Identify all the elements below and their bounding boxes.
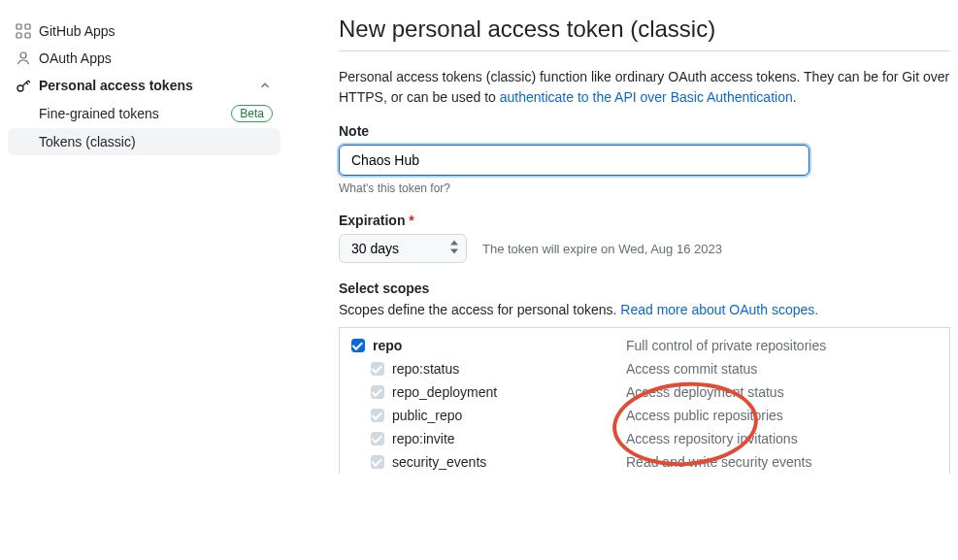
key-icon xyxy=(16,78,31,93)
scope-desc: Read and write security events xyxy=(626,454,938,470)
scope-name[interactable]: repo:status xyxy=(392,361,459,377)
note-hint: What's this token for? xyxy=(339,181,950,195)
scope-name[interactable]: security_events xyxy=(392,454,486,470)
scope-checkbox[interactable] xyxy=(371,432,384,445)
scopes-title: Select scopes xyxy=(339,280,950,296)
scope-checkbox[interactable] xyxy=(371,455,384,469)
nav-label: Personal access tokens xyxy=(39,78,193,93)
expiration-note: The token will expire on Wed, Aug 16 202… xyxy=(482,242,722,256)
scope-label-col: security_events xyxy=(351,454,626,470)
person-icon xyxy=(16,50,31,66)
chevron-up-icon xyxy=(257,78,273,93)
svg-rect-0 xyxy=(17,24,21,29)
scope-row: repoFull control of private repositories xyxy=(340,328,949,357)
nav-label: GitHub Apps xyxy=(39,23,116,39)
expiration-label: Expiration * xyxy=(339,213,950,228)
note-label: Note xyxy=(339,123,950,139)
sub-label: Tokens (classic) xyxy=(39,134,136,149)
scope-label-col: repo:invite xyxy=(351,431,626,446)
scope-row: public_repoAccess public repositories xyxy=(340,404,949,427)
scopes-link[interactable]: Read more about OAuth scopes. xyxy=(620,302,818,317)
scope-checkbox[interactable] xyxy=(371,362,384,376)
auth-link[interactable]: authenticate to the API over Basic Authe… xyxy=(500,89,793,105)
scopes-description: Scopes define the access for personal to… xyxy=(339,302,950,317)
scope-name[interactable]: public_repo xyxy=(392,408,462,423)
scope-name[interactable]: repo:invite xyxy=(392,431,455,446)
nav-github-apps[interactable]: GitHub Apps xyxy=(8,17,281,45)
scope-desc: Full control of private repositories xyxy=(626,338,938,353)
expiration-select[interactable]: 30 days xyxy=(339,234,467,263)
scope-row: repo_deploymentAccess deployment status xyxy=(340,380,949,404)
svg-rect-1 xyxy=(25,24,30,29)
nav-personal-access-tokens[interactable]: Personal access tokens xyxy=(8,72,281,99)
scope-desc: Access public repositories xyxy=(626,408,938,423)
scopes-table: repoFull control of private repositories… xyxy=(339,327,950,474)
scope-name[interactable]: repo_deployment xyxy=(392,384,497,400)
scope-row: repo:statusAccess commit status xyxy=(340,357,949,380)
scope-desc: Access deployment status xyxy=(626,384,938,400)
subnav-tokens-classic[interactable]: Tokens (classic) xyxy=(8,128,281,155)
scope-label-col: repo_deployment xyxy=(351,384,626,400)
svg-rect-3 xyxy=(25,33,30,38)
scope-checkbox[interactable] xyxy=(371,409,384,422)
scope-checkbox[interactable] xyxy=(351,339,365,352)
scope-row: repo:inviteAccess repository invitations xyxy=(340,427,949,450)
nav-label: OAuth Apps xyxy=(39,50,112,66)
scope-label-col: repo xyxy=(351,338,626,353)
page-description: Personal access tokens (classic) functio… xyxy=(339,67,950,108)
sub-label: Fine-grained tokens xyxy=(39,106,159,121)
note-input[interactable] xyxy=(339,145,809,176)
scope-name[interactable]: repo xyxy=(373,338,402,353)
beta-badge: Beta xyxy=(231,105,273,122)
scope-desc: Access repository invitations xyxy=(626,431,938,446)
subnav-fine-grained[interactable]: Fine-grained tokens Beta xyxy=(8,99,281,128)
scope-row: security_eventsRead and write security e… xyxy=(340,450,949,474)
scope-label-col: repo:status xyxy=(351,361,626,377)
scope-desc: Access commit status xyxy=(626,361,938,377)
nav-oauth-apps[interactable]: OAuth Apps xyxy=(8,45,281,72)
scope-checkbox[interactable] xyxy=(371,385,384,399)
apps-icon xyxy=(16,23,31,39)
svg-point-4 xyxy=(20,52,26,58)
page-title: New personal access token (classic) xyxy=(339,16,950,51)
svg-rect-2 xyxy=(17,33,21,38)
scope-label-col: public_repo xyxy=(351,408,626,423)
required-asterisk: * xyxy=(409,213,413,228)
